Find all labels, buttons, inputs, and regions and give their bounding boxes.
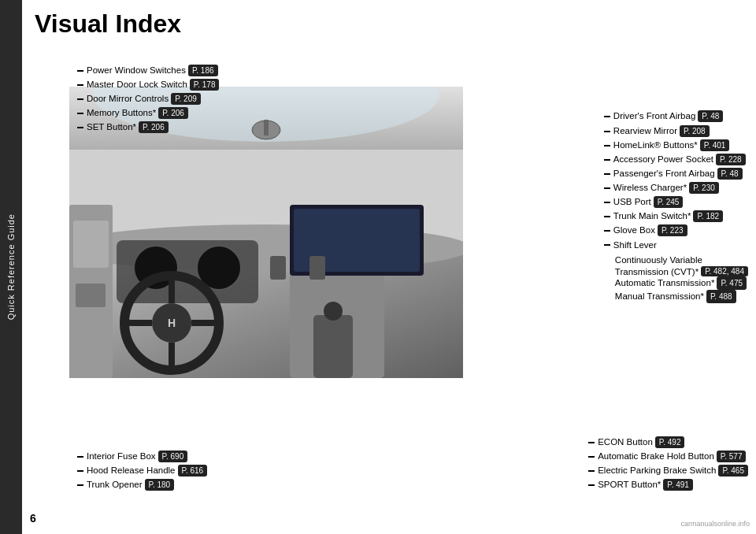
tick-icon	[604, 216, 610, 217]
drivers-airbag-page: P. 48	[698, 110, 723, 122]
brake-hold-label: Automatic Brake Hold Button	[598, 451, 714, 462]
tick-icon	[77, 470, 83, 472]
shift-lever-details: Continuously Variable Transmission (CVT)…	[615, 254, 748, 304]
passenger-airbag-page: P. 48	[717, 168, 743, 180]
usb-port-page: P. 245	[654, 196, 684, 208]
svg-rect-25	[264, 120, 269, 135]
label-door-mirror: Door Mirror Controls P. 209	[77, 93, 219, 105]
sidebar: Quick Reference Guide	[0, 0, 22, 534]
label-glove-box: Glove Box P. 223	[604, 224, 748, 236]
sport-button-page: P. 491	[663, 479, 693, 491]
door-mirror-label: Door Mirror Controls	[87, 93, 169, 105]
trunk-opener-page: P. 180	[145, 479, 175, 491]
label-usb-port: USB Port P. 245	[604, 196, 748, 208]
auto-trans-page: P. 475	[717, 276, 747, 290]
svg-rect-19	[313, 315, 353, 378]
label-memory-buttons: Memory Buttons* P. 206	[77, 107, 219, 119]
tick-icon	[77, 70, 83, 72]
labels-left-top: Power Window Switches P. 186 Master Door…	[77, 65, 219, 135]
page-title: Visual Index	[35, 9, 181, 39]
label-master-door: Master Door Lock Switch P. 178	[77, 79, 219, 91]
manual-trans-page: P. 488	[706, 290, 736, 303]
label-accessory-socket: Accessory Power Socket P. 228	[604, 154, 748, 165]
set-button-page: P. 206	[139, 121, 169, 133]
hood-release-label: Hood Release Handle	[87, 465, 176, 477]
tick-icon	[604, 145, 610, 146]
set-button-label: SET Button*	[87, 121, 136, 133]
label-electric-parking: Electric Parking Brake Switch P. 465	[588, 465, 748, 477]
labels-right: Driver's Front Airbag P. 48 Rearview Mir…	[604, 110, 748, 304]
power-window-page: P. 186	[188, 65, 218, 76]
usb-port-label: USB Port	[613, 196, 651, 208]
tick-icon	[77, 113, 83, 114]
label-brake-hold: Automatic Brake Hold Button P. 577	[588, 451, 748, 462]
label-shift-lever-block: Shift Lever Continuously Variable Transm…	[604, 239, 748, 304]
glove-box-page: P. 223	[658, 224, 687, 236]
accessory-socket-label: Accessory Power Socket	[613, 154, 713, 165]
tick-icon	[588, 442, 595, 443]
tick-icon	[77, 127, 83, 128]
label-shift-lever: Shift Lever	[604, 239, 748, 251]
rearview-mirror-label: Rearview Mirror	[613, 125, 677, 137]
tick-icon	[588, 470, 595, 472]
watermark: carmanualsonline.info	[680, 520, 750, 528]
label-trunk-opener: Trunk Opener P. 180	[77, 479, 207, 491]
master-door-page: P. 178	[190, 79, 220, 91]
trunk-switch-label: Trunk Main Switch*	[613, 210, 691, 222]
auto-trans: Automatic Transmission* P. 475	[615, 276, 748, 290]
svg-point-20	[324, 302, 343, 321]
tick-icon	[604, 202, 610, 203]
tick-icon	[604, 244, 610, 246]
master-door-label: Master Door Lock Switch	[87, 79, 187, 91]
tick-icon	[77, 484, 83, 486]
manual-trans: Manual Transmission* P. 488	[615, 290, 748, 303]
tick-icon	[604, 131, 610, 132]
rearview-mirror-page: P. 208	[680, 125, 710, 137]
memory-buttons-page: P. 206	[158, 107, 188, 119]
memory-buttons-label: Memory Buttons*	[87, 107, 156, 119]
econ-button-page: P. 492	[655, 436, 685, 448]
homelink-page: P. 401	[700, 139, 730, 151]
svg-rect-17	[270, 256, 286, 280]
trunk-opener-label: Trunk Opener	[87, 479, 143, 491]
interior-fuse-label: Interior Fuse Box	[87, 451, 156, 462]
power-window-label: Power Window Switches	[87, 65, 186, 76]
wireless-charger-page: P. 230	[689, 182, 719, 194]
tick-icon	[77, 84, 83, 86]
passenger-airbag-label: Passenger's Front Airbag	[613, 168, 715, 180]
tick-icon	[588, 484, 595, 486]
label-trunk-main-switch: Trunk Main Switch* P. 182	[604, 210, 748, 222]
econ-button-label: ECON Button	[598, 436, 653, 448]
cvt-page: P. 482, 484	[701, 266, 748, 276]
label-homelink: HomeLink® Buttons* P. 401	[604, 139, 748, 151]
drivers-airbag-label: Driver's Front Airbag	[613, 110, 695, 122]
cvt-line2: Transmission (CVT)* P. 482, 484	[615, 266, 748, 276]
label-rearview-mirror: Rearview Mirror P. 208	[604, 125, 748, 137]
svg-rect-18	[309, 256, 325, 280]
door-mirror-page: P. 209	[171, 93, 201, 105]
tick-icon	[604, 173, 610, 175]
label-wireless-charger: Wireless Charger* P. 230	[604, 182, 748, 194]
svg-rect-22	[73, 221, 109, 268]
accessory-socket-page: P. 228	[716, 154, 746, 165]
sidebar-label: Quick Reference Guide	[6, 213, 16, 320]
electric-parking-page: P. 465	[718, 465, 748, 477]
label-interior-fuse: Interior Fuse Box P. 690	[77, 451, 207, 462]
labels-bottom-left: Interior Fuse Box P. 690 Hood Release Ha…	[77, 451, 207, 493]
cvt-line1: Continuously Variable	[615, 254, 748, 266]
electric-parking-label: Electric Parking Brake Switch	[598, 465, 716, 477]
tick-icon	[588, 456, 595, 458]
shift-lever-title: Shift Lever	[613, 239, 657, 251]
tick-icon	[77, 456, 83, 458]
label-hood-release: Hood Release Handle P. 616	[77, 465, 207, 477]
main-content: Visual Index	[22, 0, 756, 534]
svg-text:H: H	[168, 317, 176, 329]
label-econ-button: ECON Button P. 492	[588, 436, 748, 448]
svg-rect-23	[76, 284, 106, 307]
label-drivers-airbag: Driver's Front Airbag P. 48	[604, 110, 748, 122]
brake-hold-page: P. 577	[717, 451, 747, 462]
glove-box-label: Glove Box	[613, 224, 655, 236]
label-power-window: Power Window Switches P. 186	[77, 65, 219, 76]
tick-icon	[604, 159, 610, 161]
label-passenger-airbag: Passenger's Front Airbag P. 48	[604, 168, 748, 180]
